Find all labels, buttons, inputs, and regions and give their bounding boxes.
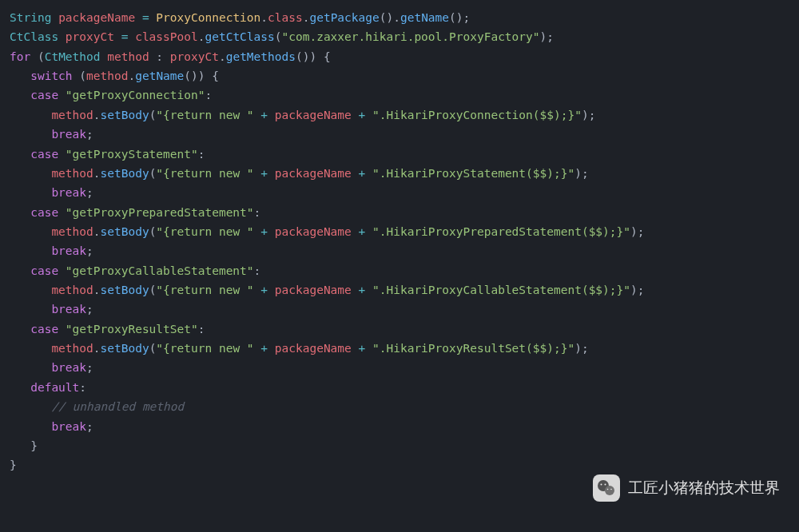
code-line-4: switch (method.getName()) { [10, 69, 219, 82]
svg-point-3 [605, 484, 606, 486]
code-body-3: method.setBody("{return new " + packageN… [10, 225, 645, 238]
code-case-4: case "getProxyCallableStatement": [10, 264, 260, 277]
code-body-2: method.setBody("{return new " + packageN… [10, 167, 589, 180]
svg-point-2 [601, 484, 602, 486]
watermark: 工匠小猪猪的技术世界 [593, 474, 780, 502]
token-class: ProxyConnection [156, 11, 260, 24]
token-method: getPackage [309, 11, 379, 24]
code-comment: // unhandled method [10, 400, 184, 413]
code-break-default: break; [10, 420, 93, 433]
svg-point-4 [607, 489, 609, 490]
wechat-svg-icon [597, 479, 616, 497]
code-line-1: String packageName = ProxyConnection.cla… [10, 11, 470, 24]
token-type: String [10, 11, 51, 24]
svg-point-1 [605, 486, 614, 495]
code-case-5: case "getProxyResultSet": [10, 323, 205, 335]
watermark-text: 工匠小猪猪的技术世界 [628, 475, 780, 501]
code-case-2: case "getProxyStatement": [10, 148, 205, 161]
token-keyword: for [10, 50, 30, 63]
svg-point-5 [610, 489, 612, 490]
code-body-1: method.setBody("{return new " + packageN… [10, 109, 595, 121]
code-body-4: method.setBody("{return new " + packageN… [10, 284, 645, 296]
code-line-2: CtClass proxyCt = classPool.getCtClass("… [10, 30, 554, 43]
code-break-2: break; [10, 186, 93, 199]
token-op: = [135, 11, 156, 24]
code-body-5: method.setBody("{return new " + packageN… [10, 342, 589, 355]
token-string: "com.zaxxer.hikari.pool.ProxyFactory" [282, 30, 540, 43]
code-break-1: break; [10, 128, 93, 141]
code-line-3: for (CtMethod method : proxyCt.getMethod… [10, 50, 331, 63]
code-case-3: case "getProxyPreparedStatement": [10, 206, 260, 219]
code-break-4: break; [10, 303, 93, 316]
code-break-3: break; [10, 244, 93, 257]
wechat-icon [593, 474, 620, 502]
code-case-1: case "getProxyConnection": [10, 89, 212, 101]
code-default: default: [10, 381, 86, 394]
code-editor: String packageName = ProxyConnection.cla… [10, 8, 789, 475]
token-var: packageName [58, 11, 135, 24]
code-break-5: break; [10, 361, 93, 374]
code-close-for: } [10, 459, 17, 471]
code-close-switch: } [10, 439, 38, 452]
